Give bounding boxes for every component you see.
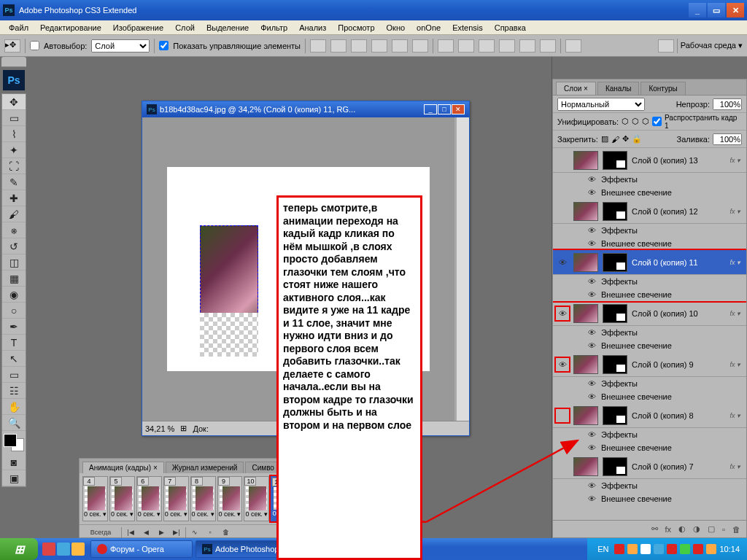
layer-name[interactable]: Слой 0 (копия) 8	[632, 411, 722, 420]
layer-name[interactable]: Слой 0 (копия) 9	[632, 360, 722, 369]
tray-icon[interactable]	[640, 544, 651, 554]
doc-max-button[interactable]: □	[438, 104, 451, 114]
visibility-toggle[interactable]	[556, 205, 569, 218]
menu-edit[interactable]: Редактирование	[34, 22, 107, 34]
align-icon[interactable]	[392, 39, 408, 52]
layer-name[interactable]: Слой 0 (копия) 7	[632, 462, 722, 471]
propagate-checkbox[interactable]	[652, 117, 662, 126]
layer-thumbnail[interactable]	[573, 202, 598, 221]
toolbox-grip[interactable]	[1, 57, 26, 67]
show-controls-checkbox[interactable]	[159, 41, 169, 50]
go-bridge-icon[interactable]	[658, 39, 674, 52]
tray-icon[interactable]	[654, 544, 664, 554]
menu-file[interactable]: Файл	[3, 22, 34, 34]
visibility-toggle[interactable]	[556, 409, 569, 422]
menu-extensis[interactable]: Extensis	[446, 22, 489, 34]
visibility-toggle[interactable]	[556, 307, 569, 320]
tray-icon[interactable]	[680, 544, 690, 554]
animation-frame[interactable]: 70 сек. ▾	[163, 476, 189, 521]
layer-thumbnail[interactable]	[573, 406, 598, 425]
opacity-input[interactable]	[713, 98, 742, 110]
align-icon[interactable]	[351, 39, 367, 52]
tween-button[interactable]: ∿	[188, 526, 201, 538]
layer-mask-thumbnail[interactable]	[603, 151, 627, 170]
effect-visibility[interactable]	[587, 238, 597, 249]
menu-filter[interactable]: Фильтр	[255, 22, 293, 34]
layer-name[interactable]: Слой 0 (копия) 10	[632, 309, 722, 318]
layer-row[interactable]: Слой 0 (копия) 12fx ▾	[553, 199, 746, 224]
taskbar-opera[interactable]: Форум - Opera	[90, 540, 193, 558]
menu-view[interactable]: Просмотр	[332, 22, 380, 34]
brush-tool[interactable]: 🖌	[2, 206, 26, 222]
menu-window[interactable]: Окно	[381, 22, 411, 34]
notes-tool[interactable]: ☷	[2, 383, 26, 399]
dodge-tool[interactable]: ○	[2, 303, 26, 319]
menu-onone[interactable]: onOne	[411, 22, 446, 34]
animation-frame[interactable]: 80 сек. ▾	[190, 476, 216, 521]
layer-name[interactable]: Слой 0 (копия) 13	[632, 156, 722, 165]
scrollbar-vertical[interactable]	[456, 117, 469, 421]
fx-badge[interactable]: fx ▾	[727, 208, 743, 215]
lock-position-icon[interactable]: ✥	[622, 134, 629, 144]
path-tool[interactable]: ↖	[2, 351, 26, 367]
animation-frame[interactable]: 100 сек. ▾	[244, 476, 269, 521]
align-icon[interactable]	[310, 39, 326, 52]
unify-icon[interactable]: ⬡	[632, 117, 639, 126]
link-layers-icon[interactable]: ⚯	[651, 524, 658, 534]
distribute-icon[interactable]	[540, 39, 556, 52]
effect-visibility[interactable]	[587, 341, 597, 351]
layer-mask-thumbnail[interactable]	[603, 304, 627, 323]
language-indicator[interactable]: EN	[595, 545, 611, 553]
fx-badge[interactable]: fx ▾	[727, 157, 743, 164]
animation-frame[interactable]: 90 сек. ▾	[217, 476, 243, 521]
move-tool[interactable]: ✥	[2, 94, 26, 110]
menu-analysis[interactable]: Анализ	[293, 22, 332, 34]
layer-mask-thumbnail[interactable]	[603, 457, 627, 476]
frame-delay[interactable]: 0 сек. ▾	[137, 510, 161, 521]
window-max-button[interactable]: ▭	[708, 3, 725, 18]
clock[interactable]: 10:14	[719, 545, 740, 553]
layer-thumbnail[interactable]	[573, 457, 598, 476]
effect-visibility[interactable]	[587, 392, 597, 402]
distribute-icon[interactable]	[458, 39, 474, 52]
layer-mask-thumbnail[interactable]	[603, 406, 627, 425]
distribute-icon[interactable]	[519, 39, 535, 52]
delete-layer-icon[interactable]: 🗑	[732, 525, 740, 534]
layer-mask-thumbnail[interactable]	[603, 355, 627, 374]
stamp-tool[interactable]: ⎈	[2, 222, 26, 238]
unify-icon[interactable]: ⬡	[642, 117, 649, 126]
eraser-tool[interactable]: ◫	[2, 254, 26, 271]
frame-delay[interactable]: 0 сек. ▾	[191, 510, 215, 521]
shape-tool[interactable]: ▭	[2, 367, 26, 383]
first-frame-button[interactable]: |◀	[124, 526, 137, 538]
effect-visibility[interactable]	[587, 225, 597, 236]
distribute-icon[interactable]	[479, 39, 495, 52]
tray-icon[interactable]	[614, 544, 624, 554]
layer-row[interactable]: Слой 0 (копия) 7fx ▾	[553, 454, 746, 479]
layer-mask-thumbnail[interactable]	[603, 202, 627, 221]
frame-delay[interactable]: 0 сек. ▾	[218, 510, 242, 521]
ql-icon[interactable]	[57, 542, 70, 556]
distribute-icon[interactable]	[438, 39, 454, 52]
doc-close-button[interactable]: ✕	[452, 104, 465, 114]
align-icon[interactable]	[412, 39, 428, 52]
layer-effects-icon[interactable]: fx	[665, 525, 672, 534]
lock-all-icon[interactable]: 🔒	[632, 134, 642, 144]
autoselect-checkbox[interactable]	[30, 41, 39, 50]
marquee-tool[interactable]: ▭	[2, 110, 26, 126]
layer-row[interactable]: Слой 0 (копия) 10fx ▾	[553, 301, 746, 326]
lock-pixels-icon[interactable]: 🖌	[611, 135, 619, 144]
tab-symbols[interactable]: Симво	[245, 462, 280, 473]
layer-row[interactable]: Слой 0 (копия) 8fx ▾	[553, 403, 746, 428]
doc-min-button[interactable]: _	[424, 104, 437, 114]
move-tool-icon[interactable]: ▸✥	[4, 39, 20, 52]
layer-thumbnail[interactable]	[573, 253, 598, 272]
hand-tool[interactable]: ✋	[2, 399, 26, 415]
tray-icon[interactable]	[693, 544, 703, 554]
unify-icon[interactable]: ⬡	[622, 117, 629, 126]
lasso-tool[interactable]: ⌇	[2, 126, 26, 142]
new-layer-icon[interactable]: ▫	[722, 525, 725, 534]
tab-channels[interactable]: Каналы	[597, 82, 640, 95]
effect-visibility[interactable]	[587, 443, 597, 453]
effect-visibility[interactable]	[587, 429, 597, 440]
